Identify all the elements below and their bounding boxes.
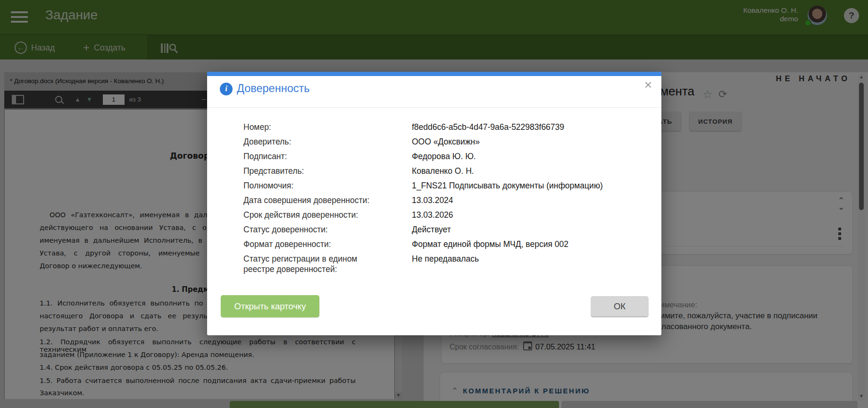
field-label: Номер: <box>243 122 412 132</box>
field-row: Доверитель: ООО «Доксвижн» <box>243 136 649 147</box>
field-value: Коваленко О. Н. <box>412 166 474 176</box>
app-screen: Задание Коваленко О. Н. demo ? ← Назад +… <box>0 0 868 408</box>
field-row: Статус регистрации в едином реестре дове… <box>243 254 649 274</box>
field-row: Полномочия: 1_FNS21 Подписывать документ… <box>243 180 649 191</box>
field-value: Действует <box>412 224 451 235</box>
field-value: Формат единой формы МЧД, версия 002 <box>412 239 568 249</box>
field-value: ООО «Доксвижн» <box>412 136 480 147</box>
field-row: Номер: f8edd6c6-a5cb-4d47-9a6a-522983f66… <box>243 122 649 132</box>
field-label: Подписант: <box>243 151 412 162</box>
dialog-title: Доверенность <box>237 82 309 95</box>
field-label: Представитель: <box>243 166 412 176</box>
field-value: f8edd6c6-a5cb-4d47-9a6a-522983f66739 <box>412 122 564 132</box>
field-value: 13.03.2024 <box>412 195 453 205</box>
field-label: Статус доверенности: <box>243 224 412 235</box>
field-label: Полномочия: <box>243 180 412 191</box>
field-label: Доверитель: <box>243 136 412 147</box>
power-of-attorney-dialog: i Доверенность × Номер: f8edd6c6-a5cb-4d… <box>207 72 661 335</box>
close-icon[interactable]: × <box>644 78 652 92</box>
info-icon: i <box>220 83 233 95</box>
field-label: Дата совершения доверенности: <box>243 195 412 205</box>
field-label-line: реестре доверенностей: <box>243 264 412 274</box>
field-row: Подписант: Федорова Ю. Ю. <box>243 151 649 162</box>
field-label: Срок действия доверенности: <box>243 210 412 220</box>
field-label: Формат доверенности: <box>243 239 412 249</box>
dialog-header-divider <box>207 107 661 108</box>
ok-button[interactable]: ОК <box>591 296 649 317</box>
dialog-fields: Номер: f8edd6c6-a5cb-4d47-9a6a-522983f66… <box>243 122 649 279</box>
field-row: Статус доверенности: Действует <box>243 224 649 235</box>
dialog-accent-bar <box>207 72 661 76</box>
open-card-button[interactable]: Открыть карточку <box>221 295 319 317</box>
field-value: 1_FNS21 Подписывать документы (информаци… <box>412 180 603 191</box>
field-row: Дата совершения доверенности: 13.03.2024 <box>243 195 649 205</box>
field-value: Не передавалась <box>412 254 479 274</box>
field-label: Статус регистрации в едином реестре дове… <box>243 254 412 274</box>
field-row: Срок действия доверенности: 13.03.2026 <box>243 210 649 220</box>
field-row: Формат доверенности: Формат единой формы… <box>243 239 649 249</box>
field-value: Федорова Ю. Ю. <box>412 151 476 162</box>
field-label-line: Статус регистрации в едином <box>243 254 412 264</box>
field-value: 13.03.2026 <box>412 210 453 220</box>
field-row: Представитель: Коваленко О. Н. <box>243 166 649 176</box>
